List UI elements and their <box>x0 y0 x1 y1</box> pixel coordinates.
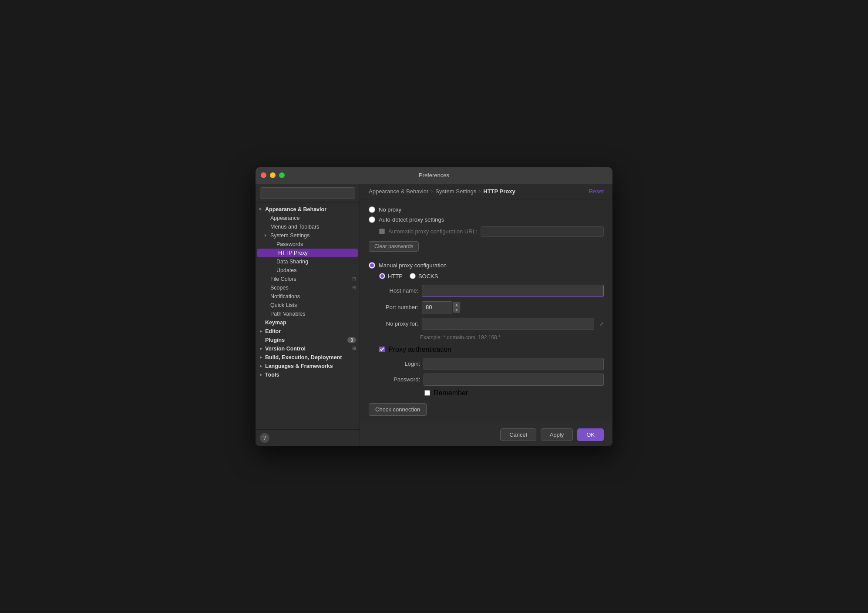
sidebar-item-label: Quick Lists <box>270 302 297 308</box>
remember-label[interactable]: Remember <box>434 389 468 397</box>
sidebar-item-label: Passwords <box>276 241 303 247</box>
titlebar: Preferences <box>256 167 612 184</box>
auto-detect-row: Auto-detect proxy settings <box>369 216 604 223</box>
sidebar-item-version-control[interactable]: ► Version Control ⊞ <box>256 344 360 353</box>
port-input[interactable] <box>422 301 452 313</box>
minimize-button[interactable] <box>270 172 276 178</box>
auto-config-input[interactable] <box>481 226 604 237</box>
remember-checkbox[interactable] <box>424 390 430 396</box>
cancel-button[interactable]: Cancel <box>500 428 536 441</box>
breadcrumb-sep-1: › <box>431 188 433 194</box>
password-input[interactable] <box>424 374 604 386</box>
auto-config-label: Automatic proxy configuration URL: <box>388 228 477 235</box>
password-label: Password: <box>390 376 420 383</box>
login-label: Login: <box>390 360 420 367</box>
proxy-auth-label[interactable]: Proxy authentication <box>388 346 451 354</box>
sidebar-item-notifications[interactable]: Notifications <box>256 292 360 301</box>
sidebar-item-label: Editor <box>265 328 281 334</box>
auto-config-row: Automatic proxy configuration URL: <box>379 226 604 237</box>
host-label: Host name: <box>379 287 418 294</box>
sidebar-item-label: Plugins <box>265 337 285 343</box>
manual-proxy-section: Manual proxy configuration HTTP SOCKS <box>369 262 604 416</box>
check-connection-button[interactable]: Check connection <box>369 403 427 416</box>
sidebar-item-languages[interactable]: ► Languages & Frameworks <box>256 362 360 370</box>
clear-passwords-wrapper: Clear passwords <box>369 241 604 257</box>
manual-proxy-radio[interactable] <box>369 262 375 269</box>
no-proxy-radio[interactable] <box>369 206 375 213</box>
arrow-icon: ► <box>259 364 265 368</box>
sidebar-item-appearance-behavior[interactable]: ▾ Appearance & Behavior <box>256 205 360 214</box>
maximize-button[interactable] <box>279 172 285 178</box>
sidebar-item-quick-lists[interactable]: Quick Lists <box>256 301 360 310</box>
password-row: Password: <box>390 374 604 386</box>
proxy-auth-row: Proxy authentication <box>379 346 604 354</box>
expand-icon[interactable]: ⤢ <box>599 321 604 327</box>
sidebar-item-label: Keymap <box>265 320 286 326</box>
login-row: Login: <box>390 358 604 370</box>
socks-radio[interactable] <box>410 273 416 279</box>
auth-fields: Login: Password: <box>390 358 604 386</box>
sidebar-item-passwords[interactable]: Passwords <box>256 240 360 249</box>
auto-config-checkbox[interactable] <box>379 229 385 234</box>
http-proto-label[interactable]: HTTP <box>379 273 403 280</box>
no-proxy-input[interactable] <box>422 318 594 330</box>
search-input[interactable] <box>260 187 355 199</box>
sidebar-item-menus-toolbars[interactable]: Menus and Toolbars <box>256 222 360 231</box>
breadcrumb: Appearance & Behavior › System Settings … <box>369 188 515 195</box>
file-icon: ⊞ <box>352 276 356 282</box>
close-button[interactable] <box>261 172 266 178</box>
sidebar-item-path-variables[interactable]: Path Variables <box>256 310 360 318</box>
socks-label: SOCKS <box>418 273 438 280</box>
socks-proto-label[interactable]: SOCKS <box>410 273 438 280</box>
window-title: Preferences <box>419 172 449 179</box>
sidebar-item-label: Tools <box>265 372 279 378</box>
sidebar: 🔍 ▾ Appearance & Behavior Appearance Men… <box>256 184 360 446</box>
sidebar-item-keymap[interactable]: Keymap <box>256 318 360 327</box>
footer: Cancel Apply OK <box>360 423 612 446</box>
host-name-row: Host name: <box>379 285 604 297</box>
sidebar-item-scopes[interactable]: Scopes ⊞ <box>256 283 360 292</box>
port-up-button[interactable]: ▲ <box>453 302 460 307</box>
breadcrumb-bar: Appearance & Behavior › System Settings … <box>360 184 612 199</box>
proxy-auth-checkbox[interactable] <box>379 347 385 352</box>
apply-button[interactable]: Apply <box>541 428 573 441</box>
search-wrapper: 🔍 <box>260 187 355 199</box>
sidebar-item-appearance[interactable]: Appearance <box>256 214 360 222</box>
http-radio[interactable] <box>379 273 385 279</box>
http-label: HTTP <box>388 273 403 280</box>
vc-icon: ⊞ <box>352 346 356 351</box>
reset-button[interactable]: Reset <box>589 188 604 195</box>
arrow-icon: ► <box>259 372 265 377</box>
sidebar-item-label: File Colors <box>270 276 296 282</box>
sidebar-item-label: HTTP Proxy <box>278 250 308 256</box>
login-input[interactable] <box>424 358 604 370</box>
sidebar-item-data-sharing[interactable]: Data Sharing <box>256 257 360 266</box>
host-name-input[interactable] <box>422 285 604 297</box>
sidebar-item-build-execution[interactable]: ► Build, Execution, Deployment <box>256 353 360 362</box>
auto-detect-label[interactable]: Auto-detect proxy settings <box>379 216 444 223</box>
sidebar-item-file-colors[interactable]: File Colors ⊞ <box>256 275 360 283</box>
port-spinner: ▲ ▼ <box>453 302 460 313</box>
clear-passwords-button[interactable]: Clear passwords <box>369 241 419 252</box>
protocol-row: HTTP SOCKS <box>379 273 604 280</box>
sidebar-item-label: Updates <box>276 267 297 273</box>
manual-proxy-label[interactable]: Manual proxy configuration <box>379 262 447 269</box>
port-down-button[interactable]: ▼ <box>453 307 460 313</box>
sidebar-item-label: Appearance <box>270 215 299 221</box>
sidebar-item-plugins[interactable]: Plugins 3 <box>256 336 360 344</box>
breadcrumb-seg-2: System Settings <box>435 188 476 195</box>
sidebar-item-updates[interactable]: Updates <box>256 266 360 275</box>
sidebar-item-http-proxy[interactable]: HTTP Proxy <box>257 249 358 257</box>
sidebar-item-label: Menus and Toolbars <box>270 224 319 230</box>
sidebar-tree: ▾ Appearance & Behavior Appearance Menus… <box>256 202 360 382</box>
scope-icon: ⊞ <box>352 285 356 290</box>
sidebar-item-editor[interactable]: ► Editor <box>256 327 360 336</box>
auto-detect-radio[interactable] <box>369 216 375 223</box>
sidebar-item-tools[interactable]: ► Tools <box>256 370 360 379</box>
no-proxy-label[interactable]: No proxy <box>379 206 401 213</box>
help-button[interactable]: ? <box>260 433 269 443</box>
sidebar-item-system-settings[interactable]: ▾ System Settings <box>256 231 360 240</box>
right-panel: Appearance & Behavior › System Settings … <box>360 184 612 446</box>
arrow-icon: ▾ <box>259 207 265 212</box>
ok-button[interactable]: OK <box>577 428 604 441</box>
